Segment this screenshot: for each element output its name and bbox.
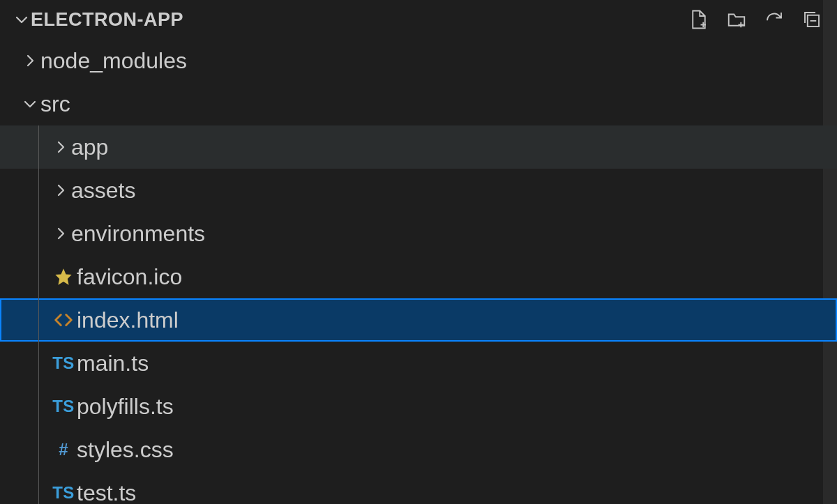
file-label: styles.css [77,437,174,463]
indent-guide [38,169,39,212]
chevron-right-icon [50,139,71,155]
chevron-right-icon [20,52,40,69]
folder-environments[interactable]: environments [0,212,837,255]
file-label: index.html [77,307,179,333]
indent-guide [38,385,39,428]
typescript-icon: TS [50,397,77,416]
chevron-right-icon [50,182,71,199]
file-main-ts[interactable]: TS main.ts [0,342,837,385]
html-icon [50,310,77,330]
file-index-html[interactable]: index.html [0,298,837,342]
file-label: polyfills.ts [77,394,174,420]
new-folder-icon[interactable] [725,8,748,31]
typescript-icon: TS [50,483,77,503]
star-icon [50,267,77,287]
folder-src[interactable]: src [0,82,837,125]
indent-guide [38,428,39,471]
new-file-icon[interactable] [688,8,710,31]
folder-label: environments [71,221,205,247]
refresh-icon[interactable] [763,8,785,31]
file-test-ts[interactable]: TS test.ts [0,471,837,504]
file-explorer: ELECTRON-APP node_modules src [0,0,837,504]
indent-guide [38,471,39,504]
folder-label: app [71,135,108,160]
file-polyfills-ts[interactable]: TS polyfills.ts [0,385,837,428]
svg-marker-6 [55,268,71,284]
indent-guide [38,298,39,342]
chevron-down-icon[interactable] [13,11,31,28]
folder-app[interactable]: app [0,125,837,169]
file-label: favicon.ico [77,264,182,290]
folder-node-modules[interactable]: node_modules [0,39,837,82]
file-label: main.ts [77,351,149,376]
collapse-all-icon[interactable] [801,8,823,31]
indent-guide [38,212,39,255]
typescript-icon: TS [50,353,77,373]
explorer-header: ELECTRON-APP [0,0,837,39]
indent-guide [38,125,39,169]
project-title: ELECTRON-APP [31,9,183,31]
file-styles-css[interactable]: # styles.css [0,428,837,471]
folder-label: src [40,91,70,117]
folder-label: assets [71,178,135,204]
folder-label: node_modules [40,48,187,74]
folder-assets[interactable]: assets [0,169,837,212]
chevron-right-icon [50,225,71,242]
file-label: test.ts [77,480,136,505]
chevron-down-icon [20,96,40,112]
css-icon: # [50,440,77,459]
indent-guide [38,255,39,298]
indent-guide [38,342,39,385]
header-actions [688,8,831,31]
file-favicon-ico[interactable]: favicon.ico [0,255,837,298]
